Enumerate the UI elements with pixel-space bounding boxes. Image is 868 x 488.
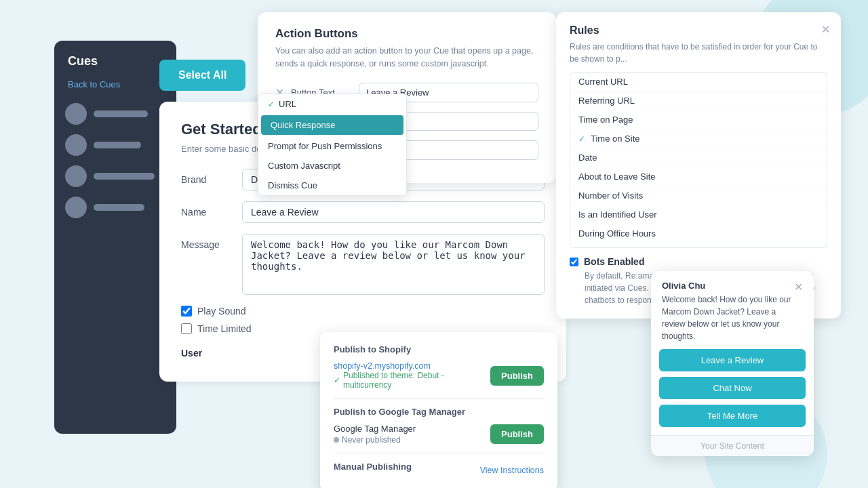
chat-sender: Olivia Chu [662,281,794,291]
rule-time-on-site[interactable]: ✓ Time on Site [570,129,827,148]
chat-tell-me-more-button[interactable]: Tell Me More [659,405,806,427]
shopify-url: shopify-v2.myshopify.com [334,361,490,371]
chat-site-content: Your Site Content [651,435,814,456]
publish-shopify-title: Publish to Shopify [334,344,544,354]
check-icon: ✓ [334,375,340,385]
rule-time-on-page[interactable]: Time on Page [570,110,827,129]
sidebar-items [65,103,165,218]
chat-message: Welcome back! How do you like our Marcom… [662,293,794,342]
sidebar-bar [94,110,148,117]
dropdown-item-push[interactable]: Prompt for Push Permissions [258,136,406,156]
bots-enabled-checkbox[interactable] [570,258,578,266]
list-item[interactable] [65,134,165,156]
page-title: Get Started [181,121,262,138]
list-item[interactable] [65,103,165,125]
sidebar-bar [94,173,155,180]
name-input[interactable] [242,201,545,223]
brand-label: Brand [181,169,242,185]
name-label: Name [181,201,242,218]
rule-about-leave[interactable]: About to Leave Site [570,167,827,186]
publish-panel: Publish to Shopify shopify-v2.myshopify.… [320,332,557,488]
rule-date[interactable]: Date [570,148,827,167]
publish-shopify-row: shopify-v2.myshopify.com ✓ Published to … [334,361,544,390]
chat-leave-review-button[interactable]: Leave a Review [659,349,806,371]
play-sound-row: Play Sound [181,306,545,317]
sidebar: Cues Back to Cues [54,41,176,434]
manual-publishing-row: Manual Publishing View Instructions [334,462,544,479]
rule-current-url[interactable]: Current URL [570,73,827,92]
shopify-status: ✓ Published to theme: Debut - multicurre… [334,371,490,390]
rule-identified-user[interactable]: Is an Identified User [570,205,827,224]
sidebar-title: Cues [65,54,165,68]
button-type-dropdown: ✓ URL Quick Response Prompt for Push Per… [258,94,407,196]
time-limited-checkbox[interactable] [181,323,192,334]
check-icon: ✓ [578,134,585,144]
avatar [65,165,87,187]
rules-title: Rules [570,24,827,37]
list-item[interactable] [65,197,165,218]
avatar [65,197,87,218]
chat-action-buttons: Leave a Review Chat Now Tell Me More [651,349,814,435]
play-sound-label: Play Sound [197,306,246,317]
message-input[interactable]: Welcome back! How do you like our Marcom… [242,234,545,295]
rule-office-hours[interactable]: During Office Hours [570,224,827,243]
rules-desc: Rules are conditions that have to be sat… [570,41,827,65]
dropdown-item-url[interactable]: ✓ URL [258,94,406,114]
publish-gtm-button[interactable]: Publish [490,424,544,444]
manual-publishing-title: Manual Publishing [334,462,412,472]
chat-close-button[interactable]: ✕ [794,281,803,293]
gtm-status-dot [334,437,339,443]
rule-number-visits[interactable]: Number of Visits [570,186,827,205]
bots-enabled-label: Bots Enabled [584,256,644,267]
rule-referring-url[interactable]: Referring URL [570,92,827,110]
play-sound-checkbox[interactable] [181,306,192,317]
sidebar-bar [94,204,144,211]
dropdown-item-dismiss[interactable]: Dismiss Cue [258,176,406,195]
publish-gtm-title: Publish to Google Tag Manager [334,407,544,417]
message-row: Message Welcome back! How do you like ou… [181,234,545,295]
name-row: Name [181,201,545,223]
rule-device-type[interactable]: Device Type [570,243,827,248]
time-limited-label: Time Limited [197,323,252,334]
dropdown-item-custom-js[interactable]: Custom Javascript [258,156,406,176]
rules-list: Current URL Referring URL Time on Page ✓… [570,72,827,248]
select-all-button[interactable]: Select All [159,60,245,91]
chat-chat-now-button[interactable]: Chat Now [659,377,806,399]
gtm-label: Google Tag Manager [334,424,416,434]
dropdown-item-quick-response[interactable]: Quick Response [261,115,403,135]
gtm-status: Never published [342,435,401,445]
avatar [65,103,87,125]
avatar [65,134,87,156]
list-item[interactable] [65,165,165,187]
action-panel-desc: You can also add an action button to you… [275,45,538,70]
publish-shopify-button[interactable]: Publish [490,366,544,386]
chat-header: Olivia Chu Welcome back! How do you like… [651,271,814,349]
action-panel-title: Action Buttons [275,27,538,41]
message-label: Message [181,234,242,250]
publish-gtm-row: Google Tag Manager Never published Publi… [334,424,544,445]
rules-close-button[interactable]: ✕ [821,23,830,36]
sidebar-bar [94,142,141,148]
check-icon: ✓ [268,100,275,109]
back-to-cues-link[interactable]: Back to Cues [65,79,165,89]
view-instructions-link[interactable]: View Instructions [480,466,544,475]
chat-preview-widget: Olivia Chu Welcome back! How do you like… [651,271,814,456]
